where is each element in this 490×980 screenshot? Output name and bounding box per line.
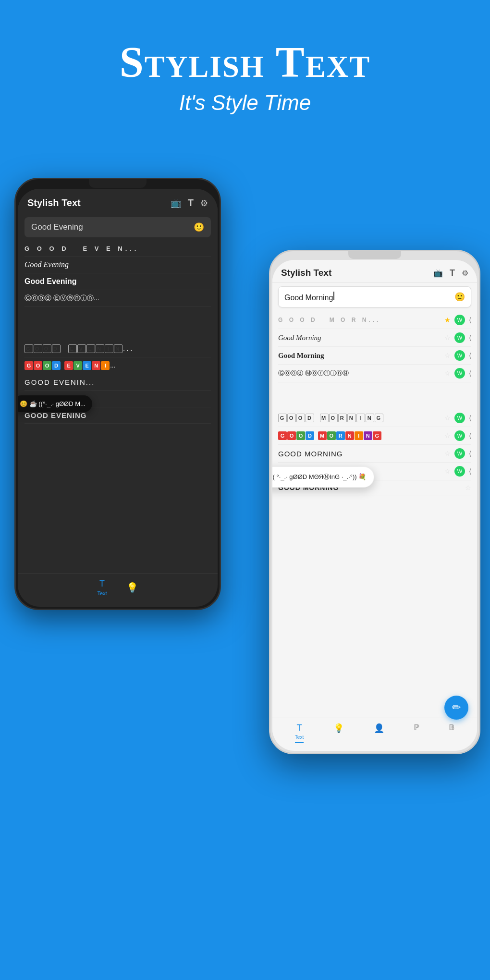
share-icon-3[interactable]: ⟨ [469,352,471,359]
light-input-row[interactable]: Good Morning 🙂 [278,286,471,307]
light-row-spaced[interactable]: G O O D M O R N... ★ W ⟨ [278,311,471,329]
whatsapp-icon-3[interactable]: W [454,350,465,361]
light-row-big-text: GOOD MORNING [278,450,441,458]
whatsapp-icon-2[interactable]: W [454,332,465,343]
share-icon-4[interactable]: ⟨ [469,369,471,377]
dark-text-rows: G O O D E V E N... Good Evening Good Eve… [18,241,218,424]
light-tab-text-icon: T [297,723,302,733]
share-icon-6[interactable]: ⟨ [469,432,471,440]
light-row-big-icons: ☆ W ⟨ [444,448,471,459]
light-row-italic-text: Good Morning [278,334,441,342]
light-row-italic[interactable]: Good Morning ☆ W ⟨ [278,329,471,347]
whatsapp-icon-7[interactable]: W [454,448,465,459]
dark-app-title: Stylish Text [27,197,81,208]
light-row-bold[interactable]: Good Morning ☆ W ⟨ [278,347,471,365]
app-title: Stylish Text [0,38,490,86]
dark-row-box[interactable]: GOOD EVENIN... [24,341,211,357]
light-tooltip: 😊 ☕ (( °·_.· gØØD MΘЯⓃInG ·_.·°)) 💐 [272,466,374,488]
star-filled-icon[interactable]: ★ [444,316,451,324]
light-phone: Stylish Text 📺 T ⚙ Good Morning 🙂 G O O … [269,250,480,754]
dark-settings-icon[interactable]: ⚙ [200,198,208,208]
star-empty-icon-4[interactable]: ☆ [444,369,451,377]
light-settings-icon[interactable]: ⚙ [462,269,468,278]
light-row-boxed-icons: ☆ W ⟨ [444,413,471,423]
light-app-title: Stylish Text [281,268,331,278]
light-tab-b[interactable]: 𝔹 [449,723,454,732]
whatsapp-icon-5[interactable]: W [454,413,465,423]
light-tab-text-label: Text [295,735,304,740]
dark-tv-icon[interactable]: 📺 [171,198,181,208]
light-bottom-bar: T Text 💡 👤 ℙ 𝔹 [272,718,477,746]
star-empty-icon-6[interactable]: ☆ [444,432,451,440]
star-empty-icon-7[interactable]: ☆ [444,450,451,457]
dark-row-bigcaps[interactable]: GOOD EVENIN... [24,374,211,391]
dark-tab-text-label: Text [97,590,107,596]
light-row-bubble[interactable]: Ⓖⓞⓞⓓ Ⓜⓞⓡⓝⓘⓝⓖ ☆ W ⟨ [278,365,471,382]
star-empty-icon-9[interactable]: ☆ [465,484,471,491]
light-phone-header: Stylish Text 📺 T ⚙ [272,260,477,282]
whatsapp-icon[interactable]: W [454,315,465,325]
light-tab-text[interactable]: T Text [295,723,304,743]
dark-phone-header: Stylish Text 📺 T ⚙ [18,189,218,213]
fab-button[interactable]: ✏ [444,696,468,720]
dark-header-icons: 📺 T ⚙ [171,197,208,208]
light-input-area: Good Morning [284,292,334,302]
star-empty-icon-5[interactable]: ☆ [444,414,451,422]
dark-row-bubble[interactable]: Ⓖⓞⓞⓓ Ⓔⓥⓔⓝⓘⓝ... [24,290,211,307]
light-row-bold-text: Good Morning [278,352,441,360]
light-row-spaced-icons: ★ W ⟨ [444,315,471,325]
light-tab-person-icon: 👤 [374,723,384,734]
dark-tab-text-icon: T [99,579,105,588]
star-empty-icon[interactable]: ☆ [444,334,451,342]
dark-phone-notch [89,179,147,188]
dark-emoji-icon[interactable]: 🙂 [194,222,204,233]
whatsapp-icon-6[interactable]: W [454,430,465,441]
light-tab-person[interactable]: 👤 [374,723,384,734]
light-font-icon[interactable]: T [450,268,455,278]
dark-row-italic[interactable]: Good Evening [24,257,211,273]
dark-row-colored[interactable]: GOOD EVENI... [24,357,211,374]
share-icon[interactable]: ⟨ [469,316,471,324]
light-row-allcaps-icons: ☆ [465,484,471,491]
light-tab-p[interactable]: ℙ [414,723,419,732]
light-row-spaced-text: G O O D M O R N... [278,317,441,323]
light-row-bold-icons: ☆ W ⟨ [444,350,471,361]
star-empty-icon-3[interactable]: ☆ [444,352,451,359]
light-text-rows: G O O D M O R N... ★ W ⟨ Good Morning ☆ … [272,311,477,495]
light-phone-screen: Stylish Text 📺 T ⚙ Good Morning 🙂 G O O … [272,260,477,751]
light-row-big[interactable]: GOOD MORNING ☆ W ⟨ [278,445,471,463]
share-icon-2[interactable]: ⟨ [469,334,471,342]
whatsapp-icon-8[interactable]: W [454,466,465,477]
dark-tab-text[interactable]: T Text [97,579,107,596]
light-input-text: Good Morning [284,294,333,302]
share-icon-5[interactable]: ⟨ [469,414,471,422]
light-tab-underline [295,742,304,743]
whatsapp-icon-4[interactable]: W [454,368,465,379]
share-icon-8[interactable]: ⟨ [469,467,471,475]
light-tv-icon[interactable]: 📺 [433,269,443,278]
dark-input-row[interactable]: Good Evening 🙂 [24,217,211,237]
light-row-colored[interactable]: GOOD MORNING ☆ W ⟨ [278,427,471,445]
header-section: Stylish Text It's Style Time [0,0,490,115]
dark-row-spaced[interactable]: G O O D E V E N... [24,241,211,257]
app-subtitle: It's Style Time [0,91,490,115]
dark-row-bold[interactable]: Good Evening [24,273,211,290]
light-row-boxed[interactable]: GOOD MORNING ☆ W ⟨ [278,409,471,427]
light-phone-notch [348,251,401,259]
star-empty-icon-8[interactable]: ☆ [444,467,451,475]
light-row-colored-text: GOOD MORNING [278,431,441,440]
light-emoji-icon[interactable]: 🙂 [454,292,465,302]
fab-icon: ✏ [452,701,461,714]
dark-font-icon[interactable]: T [188,197,194,208]
light-tab-b-icon: 𝔹 [449,723,454,732]
light-row-script-icons: ☆ W ⟨ [444,466,471,477]
dark-phone: Stylish Text 📺 T ⚙ Good Evening 🙂 G O O … [14,178,221,610]
dark-tab-effects[interactable]: 💡 [126,582,138,593]
light-cursor [333,292,334,300]
share-icon-7[interactable]: ⟨ [469,450,471,457]
light-tab-effects[interactable]: 💡 [333,723,344,734]
light-tab-effects-icon: 💡 [333,723,344,734]
dark-input-text: Good Evening [31,222,83,232]
dark-bottom-bar: T Text 💡 [18,574,218,601]
light-header-icons: 📺 T ⚙ [433,268,468,278]
